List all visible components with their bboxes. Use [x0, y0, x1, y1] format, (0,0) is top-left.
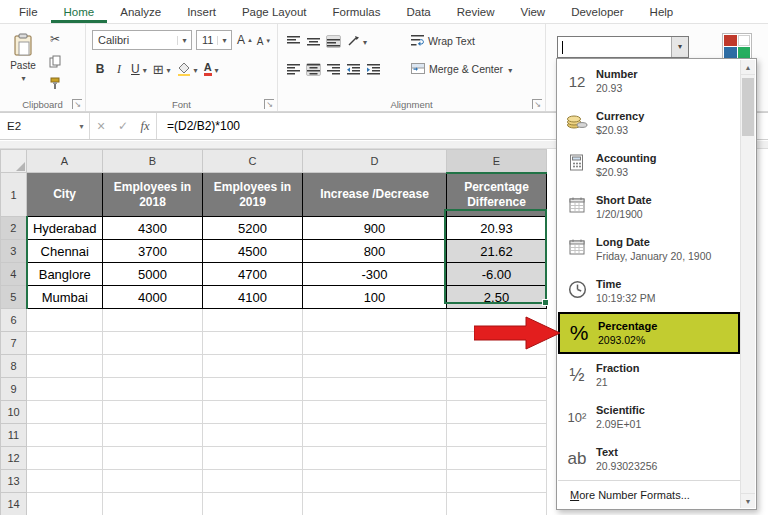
name-box[interactable]: E2 — [0, 113, 74, 139]
decrease-font-size-button[interactable]: A — [255, 32, 273, 50]
font-size-select[interactable]: 11 — [196, 30, 232, 50]
scrollbar-thumb[interactable] — [742, 78, 754, 136]
format-option-time[interactable]: Time10:19:32 PM — [558, 270, 740, 312]
font-dialog-launcher-icon[interactable] — [264, 99, 274, 109]
format-option-number[interactable]: 12 Number20.93 — [558, 60, 740, 102]
underline-button[interactable]: U — [131, 62, 140, 76]
bold-button[interactable]: B — [92, 61, 108, 77]
cell-d4[interactable]: -300 — [303, 263, 447, 286]
select-all-corner[interactable] — [1, 150, 27, 173]
cell[interactable] — [203, 470, 303, 493]
align-left-button[interactable] — [286, 63, 301, 76]
cell-c4[interactable]: 4700 — [203, 263, 303, 286]
cell[interactable] — [27, 378, 103, 401]
cell[interactable] — [447, 401, 547, 424]
cell-b5[interactable]: 4000 — [103, 286, 203, 309]
cell[interactable] — [103, 401, 203, 424]
row-header-9[interactable]: 9 — [1, 378, 27, 401]
cell[interactable] — [103, 355, 203, 378]
fill-color-dropdown-icon[interactable] — [193, 63, 198, 75]
cell[interactable] — [303, 309, 447, 332]
merge-and-center-button[interactable]: Merge & Center — [410, 59, 513, 79]
number-format-dropdown-icon[interactable] — [671, 37, 688, 57]
increase-font-size-button[interactable]: A — [236, 30, 254, 50]
tab-developer[interactable]: Developer — [558, 1, 636, 23]
font-name-dropdown-icon[interactable] — [177, 36, 191, 45]
cell-c5[interactable]: 4100 — [203, 286, 303, 309]
cell[interactable] — [447, 355, 547, 378]
cell-a5[interactable]: Mumbai — [27, 286, 103, 309]
orientation-button[interactable] — [346, 34, 368, 48]
row-header-1[interactable]: 1 — [1, 173, 27, 217]
cell[interactable] — [447, 378, 547, 401]
cell[interactable] — [447, 493, 547, 515]
cell[interactable] — [303, 447, 447, 470]
format-option-text[interactable]: ab Text20.93023256 — [558, 438, 740, 480]
tab-data[interactable]: Data — [393, 1, 443, 23]
row-header-5[interactable]: 5 — [1, 286, 27, 309]
format-option-long-date[interactable]: Long DateFriday, January 20, 1900 — [558, 228, 740, 270]
cut-icon[interactable] — [48, 31, 62, 47]
clipboard-dialog-launcher-icon[interactable] — [72, 99, 82, 109]
cell[interactable] — [203, 424, 303, 447]
cell[interactable] — [203, 309, 303, 332]
scroll-down-icon[interactable] — [741, 493, 755, 508]
alignment-dialog-launcher-icon[interactable] — [532, 99, 542, 109]
col-header-a[interactable]: A — [27, 150, 103, 173]
tab-page-layout[interactable]: Page Layout — [229, 1, 320, 23]
cell[interactable] — [27, 401, 103, 424]
merge-center-dropdown-icon[interactable] — [507, 63, 512, 75]
underline-dropdown-icon[interactable] — [142, 63, 147, 75]
borders-dropdown-icon[interactable] — [166, 63, 171, 75]
row-header-2[interactable]: 2 — [1, 217, 27, 240]
paste-dropdown-arrow-icon[interactable] — [20, 72, 25, 83]
row-header-3[interactable]: 3 — [1, 240, 27, 263]
cell[interactable] — [27, 332, 103, 355]
cell[interactable] — [303, 332, 447, 355]
cell[interactable] — [447, 424, 547, 447]
cell[interactable] — [27, 447, 103, 470]
decrease-indent-button[interactable] — [346, 63, 361, 76]
cell[interactable] — [103, 493, 203, 515]
row-header-13[interactable]: 13 — [1, 470, 27, 493]
cell-d5[interactable]: 100 — [303, 286, 447, 309]
confirm-formula-icon[interactable] — [112, 119, 134, 133]
format-option-short-date[interactable]: Short Date1/20/1900 — [558, 186, 740, 228]
cell-a4[interactable]: Banglore — [27, 263, 103, 286]
cell[interactable] — [27, 493, 103, 515]
tab-file[interactable]: File — [6, 1, 51, 23]
font-name-select[interactable]: Calibri — [92, 30, 192, 50]
paste-button[interactable]: Paste — [5, 28, 41, 88]
dropdown-scrollbar[interactable] — [740, 60, 755, 508]
cell-e3[interactable]: 21.62 — [447, 240, 547, 263]
cell[interactable] — [27, 470, 103, 493]
cell[interactable] — [447, 470, 547, 493]
format-option-scientific[interactable]: 10² Scientific2.09E+01 — [558, 396, 740, 438]
format-option-accounting[interactable]: Accounting$20.93 — [558, 144, 740, 186]
scroll-up-icon[interactable] — [741, 60, 755, 75]
tab-insert[interactable]: Insert — [174, 1, 229, 23]
font-size-dropdown-icon[interactable] — [217, 36, 231, 45]
increase-indent-button[interactable] — [366, 63, 381, 76]
col-header-e[interactable]: E — [447, 150, 547, 173]
row-header-14[interactable]: 14 — [1, 493, 27, 515]
tab-review[interactable]: Review — [444, 1, 508, 23]
cell-d2[interactable]: 900 — [303, 217, 447, 240]
cell-c2[interactable]: 5200 — [203, 217, 303, 240]
row-header-4[interactable]: 4 — [1, 263, 27, 286]
col-header-c[interactable]: C — [203, 150, 303, 173]
copy-icon[interactable] — [48, 54, 62, 69]
format-option-percentage-highlighted[interactable]: % Percentage2093.02% — [558, 312, 740, 354]
fill-color-button[interactable] — [176, 61, 199, 77]
cell[interactable] — [27, 309, 103, 332]
table-format-icon[interactable] — [722, 33, 752, 60]
align-bottom-button[interactable] — [326, 35, 341, 48]
cell[interactable] — [303, 493, 447, 515]
cell[interactable] — [27, 424, 103, 447]
cell[interactable] — [203, 493, 303, 515]
cell[interactable] — [103, 470, 203, 493]
cell-d3[interactable]: 800 — [303, 240, 447, 263]
cell-a1[interactable]: City — [27, 173, 103, 217]
cell-a3[interactable]: Chennai — [27, 240, 103, 263]
more-number-formats-link[interactable]: More Number Formats... — [558, 480, 740, 508]
